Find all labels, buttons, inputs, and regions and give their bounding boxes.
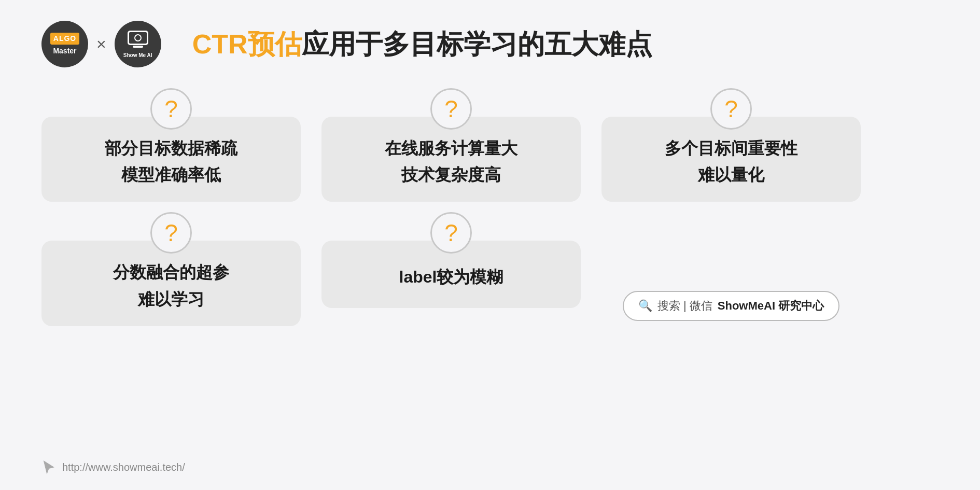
algo-text: ALGO — [50, 33, 79, 44]
card-wrapper-4: ? 分数融合的超参 难以学习 — [41, 212, 301, 326]
card-wrapper-5: ? label较为模糊 — [321, 212, 581, 326]
card-wrapper-3: ? 多个目标间重要性 难以量化 — [601, 88, 861, 202]
card-5-text: label较为模糊 — [399, 264, 503, 290]
cursor-icon — [41, 460, 56, 474]
showme-logo-text: Show Me AI — [123, 52, 152, 58]
card-4-text: 分数融合的超参 难以学习 — [113, 259, 229, 312]
title-normal: 应用于多目标学习的五大难点 — [302, 29, 652, 59]
search-label: 搜索 | 微信 — [657, 298, 712, 314]
master-text: Master — [53, 46, 76, 55]
card-4: 分数融合的超参 难以学习 — [41, 241, 301, 326]
card-wrapper-2: ? 在线服务计算量大 技术复杂度高 — [321, 88, 581, 202]
footer-url: http://www.showmeai.tech/ — [62, 461, 185, 473]
question-circle-2: ? — [430, 88, 472, 130]
question-circle-5: ? — [430, 212, 472, 254]
question-circle-1: ? — [150, 88, 192, 130]
logo-area: ALGO Master × Show Me AI — [41, 21, 161, 67]
brand-text: ShowMeAI 研究中心 — [718, 298, 824, 314]
question-circle-3: ? — [710, 88, 752, 130]
wechat-search-box[interactable]: 🔍 搜索 | 微信 ShowMeAI 研究中心 — [623, 291, 839, 321]
card-1-text: 部分目标数据稀疏 模型准确率低 — [105, 135, 237, 188]
x-separator: × — [96, 35, 106, 54]
footer-link: http://www.showmeai.tech/ — [41, 460, 185, 474]
footer: http://www.showmeai.tech/ — [41, 460, 939, 474]
card-2-text: 在线服务计算量大 技术复杂度高 — [385, 135, 517, 188]
showme-logo: Show Me AI — [115, 21, 161, 67]
page-title: CTR预估应用于多目标学习的五大难点 — [192, 28, 652, 60]
cards-grid: ? 部分目标数据稀疏 模型准确率低 ? 在线服务计算量大 技术复杂度高 — [41, 88, 939, 455]
question-circle-4: ? — [150, 212, 192, 254]
cards-row-2: ? 分数融合的超参 难以学习 ? label较为模糊 — [41, 212, 939, 326]
header: ALGO Master × Show Me AI CTR预估应用于多目标学习的五… — [41, 21, 939, 67]
main-container: ALGO Master × Show Me AI CTR预估应用于多目标学习的五… — [0, 0, 980, 490]
card-wrapper-search: 🔍 搜索 | 微信 ShowMeAI 研究中心 — [601, 212, 861, 326]
title-highlight: CTR预估 — [192, 29, 302, 59]
cards-row-1: ? 部分目标数据稀疏 模型准确率低 ? 在线服务计算量大 技术复杂度高 — [41, 88, 939, 202]
card-3-text: 多个目标间重要性 难以量化 — [665, 135, 797, 188]
card-wrapper-1: ? 部分目标数据稀疏 模型准确率低 — [41, 88, 301, 202]
algo-master-logo: ALGO Master — [41, 21, 88, 67]
screen-icon — [128, 31, 148, 45]
search-icon: 🔍 — [638, 299, 652, 313]
